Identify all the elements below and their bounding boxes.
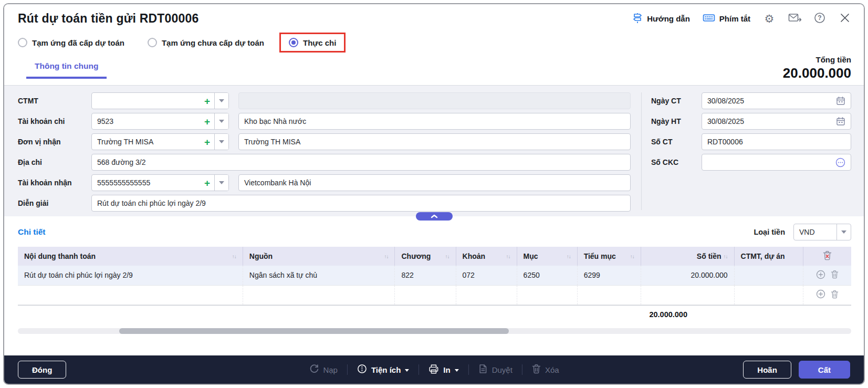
guide-button[interactable]: Hướng dẫn bbox=[632, 13, 690, 25]
sort-icon[interactable]: ↑↓ bbox=[630, 254, 634, 259]
page-title: Rút dự toán tiền gửi RDT00006 bbox=[18, 12, 199, 26]
dialog-header: Rút dự toán tiền gửi RDT00006 Hướng dẫn … bbox=[4, 4, 864, 53]
close-dialog-button[interactable]: Đóng bbox=[18, 361, 66, 379]
table-total-row: 20.000.000 bbox=[18, 305, 851, 324]
collapse-panel-button[interactable] bbox=[416, 212, 453, 221]
reload-button[interactable]: Nạp bbox=[309, 364, 338, 375]
tab-thong-tin-chung[interactable]: Thông tin chung bbox=[26, 57, 107, 79]
address-field[interactable]: 568 đường 3/2 bbox=[91, 154, 631, 171]
sort-icon[interactable]: ↑↓ bbox=[445, 254, 449, 259]
print-button[interactable]: In bbox=[428, 364, 458, 376]
sort-icon[interactable]: ↑↓ bbox=[384, 254, 388, 259]
postpone-button[interactable]: Hoãn bbox=[743, 361, 791, 379]
divider bbox=[347, 364, 348, 375]
radio-icon bbox=[148, 38, 157, 47]
gear-icon: ⚙ bbox=[765, 13, 775, 24]
col-header-source[interactable]: Nguồn↑↓ bbox=[243, 247, 395, 266]
delete-all-icon[interactable] bbox=[823, 250, 832, 262]
calendar-icon[interactable] bbox=[836, 117, 845, 126]
chevron-up-icon bbox=[430, 212, 439, 221]
ckc-no-field[interactable] bbox=[702, 154, 851, 171]
mail-send-icon bbox=[788, 13, 801, 25]
add-icon[interactable]: + bbox=[204, 137, 210, 147]
tab-divider bbox=[4, 85, 864, 86]
svg-text:?: ? bbox=[818, 14, 821, 22]
settings-button[interactable]: ⚙ bbox=[763, 13, 776, 25]
account-pay-combo[interactable]: 9523+ bbox=[91, 113, 229, 130]
total-label: Tổng tiền bbox=[783, 55, 851, 64]
ctmt-label: CTMT bbox=[18, 97, 82, 105]
approve-button[interactable]: Duyệt bbox=[478, 364, 513, 375]
footer-bar: Đóng Nạp Tiện ích In bbox=[4, 355, 864, 384]
sort-icon[interactable]: ↑↓ bbox=[724, 254, 728, 259]
chevron-down-icon[interactable] bbox=[214, 93, 228, 109]
col-header-subitem[interactable]: Tiểu mục↑↓ bbox=[577, 247, 641, 266]
account-receive-detail-field[interactable]: Vietcombank Hà Nội bbox=[238, 174, 631, 191]
shortcuts-button[interactable]: Phím tắt bbox=[703, 13, 750, 25]
chevron-down-icon[interactable] bbox=[214, 113, 228, 129]
add-icon[interactable]: + bbox=[204, 178, 210, 188]
radio-thuc-chi[interactable]: Thực chi bbox=[289, 38, 336, 47]
add-row-icon[interactable] bbox=[816, 289, 825, 300]
col-header-item[interactable]: Mục↑↓ bbox=[517, 247, 577, 266]
col-header-content[interactable]: Nội dung thanh toán↑↓ bbox=[18, 247, 243, 266]
help-button[interactable]: ? bbox=[813, 13, 826, 25]
scrollbar-thumb[interactable] bbox=[119, 328, 509, 334]
col-header-amount[interactable]: Số tiền↑↓ bbox=[641, 247, 734, 266]
delete-button[interactable]: Xóa bbox=[532, 364, 559, 375]
radio-tam-ung-chua-cap[interactable]: Tạm ứng chưa cấp dự toán bbox=[148, 38, 264, 47]
posted-date-field[interactable]: 30/08/2025 bbox=[702, 113, 851, 130]
col-header-ctmt[interactable]: CTMT, dự án bbox=[734, 247, 803, 266]
sort-icon[interactable]: ↑↓ bbox=[567, 254, 571, 259]
save-button[interactable]: Cất bbox=[799, 361, 850, 379]
radio-icon bbox=[18, 38, 27, 47]
add-icon[interactable]: + bbox=[204, 117, 210, 127]
chevron-down-icon bbox=[836, 224, 851, 240]
divider bbox=[419, 364, 419, 375]
doc-no-field[interactable]: RDT00006 bbox=[702, 133, 851, 150]
feedback-button[interactable] bbox=[788, 13, 801, 25]
question-circle-icon: ? bbox=[814, 12, 825, 26]
refresh-icon bbox=[309, 364, 319, 375]
total-block: Tổng tiền 20.000.000 bbox=[783, 55, 851, 81]
keyboard-icon bbox=[703, 13, 715, 25]
account-receive-combo[interactable]: 5555555555555+ bbox=[91, 174, 229, 191]
add-row-icon[interactable] bbox=[816, 270, 825, 281]
receiver-label: Đơn vị nhận bbox=[18, 138, 82, 146]
table-row-empty[interactable] bbox=[18, 285, 851, 305]
col-header-actions bbox=[803, 247, 852, 266]
utilities-button[interactable]: Tiện ích bbox=[357, 364, 409, 375]
currency-label: Loại tiền bbox=[754, 228, 785, 236]
horizontal-scrollbar[interactable] bbox=[18, 328, 851, 334]
ctmt-detail-field bbox=[238, 92, 631, 109]
highlight-box: Thực chi bbox=[279, 33, 346, 53]
tab-bar: Thông tin chung Tổng tiền 20.000.000 bbox=[4, 53, 864, 86]
radio-icon bbox=[289, 38, 298, 47]
voucher-type-group: Tạm ứng đã cấp dự toán Tạm ứng chưa cấp … bbox=[18, 32, 851, 53]
col-header-chapter[interactable]: Chương↑↓ bbox=[395, 247, 456, 266]
ctmt-combo[interactable]: + bbox=[91, 92, 229, 109]
radio-tam-ung-da-cap[interactable]: Tạm ứng đã cấp dự toán bbox=[18, 38, 124, 47]
doc-date-field[interactable]: 30/08/2025 bbox=[702, 92, 851, 109]
chevron-down-icon[interactable] bbox=[214, 134, 228, 150]
sort-icon[interactable]: ↑↓ bbox=[506, 254, 510, 259]
close-button[interactable] bbox=[839, 13, 851, 25]
document-icon bbox=[478, 364, 488, 375]
account-pay-detail-field[interactable]: Kho bạc Nhà nước bbox=[238, 113, 631, 130]
divider bbox=[522, 364, 522, 375]
description-field[interactable]: Rút dự toán chi phúc lợi ngày 2/9 bbox=[91, 195, 631, 212]
calendar-icon[interactable] bbox=[836, 96, 845, 106]
delete-row-icon[interactable] bbox=[831, 270, 839, 280]
detail-table: Nội dung thanh toán↑↓ Nguồn↑↓ Chương↑↓ K… bbox=[18, 247, 851, 305]
receiver-combo[interactable]: Trường TH MISA+ bbox=[91, 133, 229, 150]
sort-icon[interactable]: ↑↓ bbox=[232, 254, 236, 259]
delete-row-icon[interactable] bbox=[831, 290, 839, 300]
detail-title: Chi tiết bbox=[18, 227, 46, 237]
ellipsis-circle-icon[interactable] bbox=[835, 158, 845, 167]
receiver-detail-field[interactable]: Trường TH MISA bbox=[238, 133, 631, 150]
add-icon[interactable]: + bbox=[204, 96, 210, 106]
chevron-down-icon[interactable] bbox=[214, 175, 228, 191]
currency-select[interactable]: VND bbox=[793, 224, 851, 240]
table-row[interactable]: Rút dự toán chi phúc lợi ngày 2/9 Ngân s… bbox=[18, 266, 851, 285]
col-header-clause[interactable]: Khoản↑↓ bbox=[456, 247, 517, 266]
